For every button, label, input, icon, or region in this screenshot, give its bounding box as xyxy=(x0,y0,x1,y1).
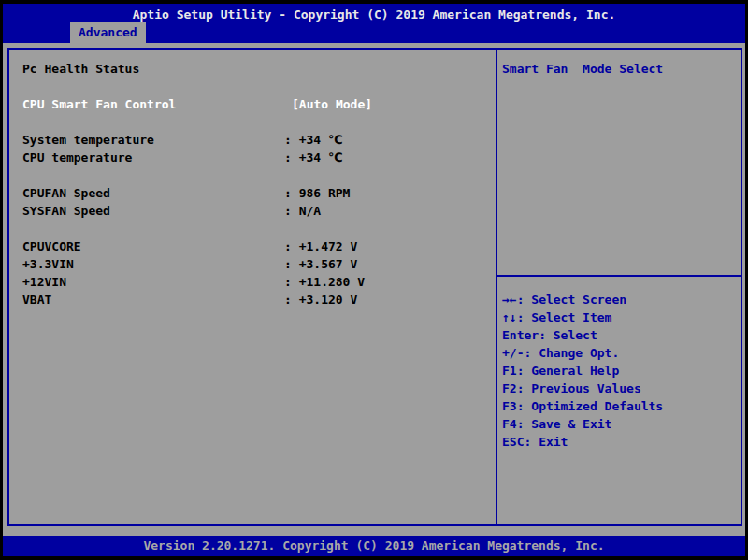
spacer-row xyxy=(9,113,496,131)
section-title-row: Pc Health Status xyxy=(9,60,496,78)
spacer-row xyxy=(9,166,496,184)
status-row: CPU temperature: +34 ℃ xyxy=(9,149,496,166)
key-help-line: F2: Previous Values xyxy=(502,380,741,397)
key-help-line: F3: Optimized Defaults xyxy=(502,397,741,415)
item-label: SYSFAN Speed xyxy=(22,202,110,220)
item-value: : +34 ℃ xyxy=(284,149,343,166)
spacer-row xyxy=(9,78,496,95)
item-label: CPU temperature xyxy=(22,149,132,166)
key-help-line: →←: Select Screen xyxy=(502,291,741,309)
status-row: CPUVCORE: +1.472 V xyxy=(9,237,496,255)
settings-pane: Pc Health StatusCPU Smart Fan Control[Au… xyxy=(9,50,496,524)
item-value: : N/A xyxy=(284,202,321,220)
item-label: CPU Smart Fan Control xyxy=(22,95,176,113)
item-value: : +34 ℃ xyxy=(284,131,343,149)
item-value: : +11.280 V xyxy=(284,273,365,291)
status-row: +12VIN: +11.280 V xyxy=(9,273,496,291)
footer-bar: Version 2.20.1271. Copyright (C) 2019 Am… xyxy=(3,536,745,556)
selected-setting-row[interactable]: CPU Smart Fan Control[Auto Mode] xyxy=(9,95,496,113)
item-label: VBAT xyxy=(22,291,51,309)
horizontal-divider xyxy=(497,275,741,277)
item-help-text: Smart Fan Mode Select xyxy=(502,60,739,78)
item-value: : 986 RPM xyxy=(284,184,350,202)
footer-version-text: Version 2.20.1271. Copyright (C) 2019 Am… xyxy=(3,536,745,556)
item-value: : +3.120 V xyxy=(284,291,357,309)
key-help-line: +/-: Change Opt. xyxy=(502,344,741,362)
status-row: CPUFAN Speed: 986 RPM xyxy=(9,184,496,202)
item-value: : +3.567 V xyxy=(284,255,357,273)
item-label: +12VIN xyxy=(22,273,66,291)
status-row: SYSFAN Speed: N/A xyxy=(9,202,496,220)
help-pane: Smart Fan Mode Select →←: Select Screen↑… xyxy=(497,50,741,524)
item-value: [Auto Mode] xyxy=(292,95,372,113)
key-help-list: →←: Select Screen↑↓: Select ItemEnter: S… xyxy=(502,291,741,451)
section-title: Pc Health Status xyxy=(22,60,139,78)
status-row: +3.3VIN: +3.567 V xyxy=(9,255,496,273)
header-title: Aptio Setup Utility - Copyright (C) 2019… xyxy=(3,7,745,22)
tab-row: Advanced xyxy=(3,22,745,43)
main-box: Pc Health StatusCPU Smart Fan Control[Au… xyxy=(7,48,742,526)
item-label: System temperature xyxy=(22,131,154,149)
bios-screen: Aptio Setup Utility - Copyright (C) 2019… xyxy=(3,4,745,556)
item-label: CPUVCORE xyxy=(22,237,81,255)
item-value: : +1.472 V xyxy=(284,237,357,255)
spacer-row xyxy=(9,220,496,237)
key-help-line: ESC: Exit xyxy=(502,433,741,451)
item-label: CPUFAN Speed xyxy=(22,184,110,202)
key-help-line: ↑↓: Select Item xyxy=(502,309,741,326)
status-row: VBAT: +3.120 V xyxy=(9,291,496,309)
item-label: +3.3VIN xyxy=(22,255,74,273)
status-row: System temperature: +34 ℃ xyxy=(9,131,496,149)
header-bar: Aptio Setup Utility - Copyright (C) 2019… xyxy=(3,4,745,43)
key-help-line: Enter: Select xyxy=(502,326,741,344)
key-help-line: F1: General Help xyxy=(502,362,741,380)
key-help-line: F4: Save & Exit xyxy=(502,415,741,433)
tab-advanced[interactable]: Advanced xyxy=(70,22,146,43)
